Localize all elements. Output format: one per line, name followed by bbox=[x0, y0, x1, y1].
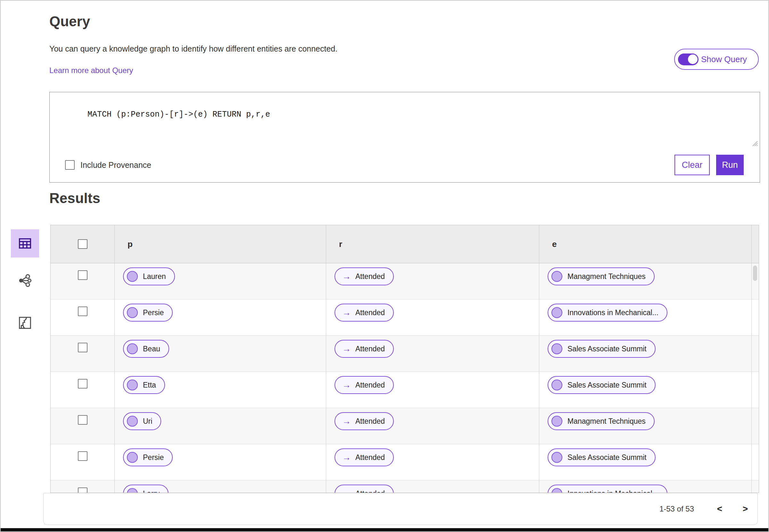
entity-node-icon bbox=[127, 380, 138, 390]
learn-more-link[interactable]: Learn more about Query bbox=[49, 66, 133, 75]
entity-node-icon bbox=[552, 271, 562, 282]
table-icon bbox=[18, 236, 32, 251]
entity-node-icon bbox=[127, 271, 138, 282]
results-table: p r e Lauren → Attended bbox=[50, 225, 759, 493]
table-row: Persie → Attended Sales Associate Summit bbox=[51, 444, 759, 480]
window-bottom-edge bbox=[1, 528, 768, 532]
table-row: Larry → Attended Innovations in Mechanic… bbox=[51, 480, 759, 493]
column-header-p: p bbox=[115, 239, 133, 249]
row-checkbox[interactable] bbox=[78, 343, 87, 352]
query-text: MATCH (p:Person)-[r]->(e) RETURN p,r,e bbox=[87, 110, 270, 119]
entity-chip-p[interactable]: Larry bbox=[123, 485, 168, 493]
entity-node-icon bbox=[552, 452, 562, 463]
pagination-range: 1-53 of 53 bbox=[659, 504, 694, 513]
map-view-button[interactable] bbox=[11, 309, 39, 337]
entity-node-icon bbox=[127, 416, 138, 427]
entity-chip-e[interactable]: Sales Associate Summit bbox=[548, 340, 656, 358]
table-row: Beau → Attended Sales Associate Summit bbox=[51, 336, 759, 372]
entity-chip-p[interactable]: Uri bbox=[123, 412, 161, 430]
row-checkbox[interactable] bbox=[78, 451, 87, 461]
row-checkbox[interactable] bbox=[78, 307, 87, 316]
relation-chip[interactable]: → Attended bbox=[334, 267, 394, 285]
show-query-label: Show Query bbox=[701, 54, 747, 64]
relation-arrow-icon: → bbox=[342, 381, 351, 389]
column-header-r: r bbox=[326, 239, 342, 249]
entity-node-icon bbox=[552, 343, 562, 354]
relation-chip[interactable]: → Attended bbox=[334, 340, 394, 358]
table-view-button[interactable] bbox=[11, 229, 39, 258]
row-checkbox[interactable] bbox=[78, 379, 87, 389]
relation-arrow-icon: → bbox=[342, 453, 351, 462]
table-row: Etta → Attended Sales Associate Summit bbox=[51, 372, 759, 408]
entity-chip-e[interactable]: Innovations in Mechanical... bbox=[548, 304, 667, 322]
entity-chip-e[interactable]: Sales Associate Summit bbox=[548, 448, 656, 466]
table-row: Lauren → Attended Managment Techniques bbox=[51, 263, 759, 299]
next-page-button[interactable]: > bbox=[738, 501, 752, 517]
entity-node-icon bbox=[552, 416, 562, 427]
table-row: Uri → Attended Managment Techniques bbox=[51, 408, 759, 444]
prev-page-button[interactable]: < bbox=[713, 501, 727, 517]
row-checkbox[interactable] bbox=[78, 487, 87, 493]
relation-arrow-icon: → bbox=[342, 345, 351, 353]
entity-chip-p[interactable]: Beau bbox=[123, 340, 169, 358]
entity-chip-p[interactable]: Persie bbox=[123, 304, 173, 322]
entity-chip-e[interactable]: Managment Techniques bbox=[548, 412, 655, 430]
query-page: Query You can query a knowledge graph to… bbox=[0, 0, 769, 532]
table-row: Persie → Attended Innovations in Mechani… bbox=[51, 299, 759, 336]
relation-arrow-icon: → bbox=[342, 308, 351, 317]
page-title: Query bbox=[49, 13, 90, 29]
results-title: Results bbox=[49, 190, 100, 206]
table-header-row: p r e bbox=[51, 225, 759, 263]
results-view-switcher bbox=[11, 229, 39, 337]
entity-node-icon bbox=[127, 343, 138, 354]
page-description: You can query a knowledge graph to ident… bbox=[49, 44, 337, 53]
map-icon bbox=[18, 315, 32, 330]
relation-arrow-icon: → bbox=[342, 272, 351, 281]
query-panel: MATCH (p:Person)-[r]->(e) RETURN p,r,e I… bbox=[49, 92, 760, 183]
select-all-checkbox[interactable] bbox=[78, 239, 87, 249]
entity-node-icon bbox=[127, 488, 138, 493]
entity-chip-e[interactable]: Innovations in Mechanical... bbox=[548, 485, 667, 493]
query-actions-row: Include Provenance Clear Run bbox=[50, 148, 760, 182]
entity-node-icon bbox=[127, 307, 138, 318]
relation-chip[interactable]: → Attended bbox=[334, 412, 394, 430]
relation-chip[interactable]: → Attended bbox=[334, 485, 394, 493]
relation-arrow-icon: → bbox=[342, 489, 351, 493]
show-query-toggle[interactable]: Show Query bbox=[674, 49, 759, 70]
row-checkbox[interactable] bbox=[78, 270, 87, 280]
clear-button[interactable]: Clear bbox=[675, 155, 710, 175]
run-button[interactable]: Run bbox=[716, 155, 744, 175]
include-provenance-checkbox[interactable] bbox=[65, 160, 75, 170]
entity-node-icon bbox=[552, 307, 562, 318]
table-scrollbar-thumb[interactable] bbox=[753, 266, 757, 281]
resize-handle-icon[interactable] bbox=[751, 140, 758, 146]
relation-chip[interactable]: → Attended bbox=[334, 304, 394, 322]
column-header-e: e bbox=[539, 239, 557, 249]
relation-chip[interactable]: → Attended bbox=[334, 448, 394, 466]
entity-chip-e[interactable]: Managment Techniques bbox=[548, 267, 655, 285]
row-checkbox[interactable] bbox=[78, 415, 87, 425]
include-provenance-label: Include Provenance bbox=[80, 160, 151, 170]
entity-chip-e[interactable]: Sales Associate Summit bbox=[548, 376, 656, 394]
pagination-bar: 1-53 of 53 < > bbox=[43, 493, 758, 525]
relation-chip[interactable]: → Attended bbox=[334, 376, 394, 394]
entity-chip-p[interactable]: Persie bbox=[123, 448, 173, 466]
toggle-on-icon[interactable] bbox=[678, 53, 699, 65]
entity-node-icon bbox=[552, 488, 562, 493]
entity-node-icon bbox=[552, 380, 562, 390]
table-body: Lauren → Attended Managment Techniques bbox=[51, 263, 759, 493]
entity-chip-p[interactable]: Lauren bbox=[123, 267, 175, 285]
toggle-knob bbox=[688, 54, 698, 64]
graph-view-button[interactable] bbox=[11, 266, 39, 295]
entity-node-icon bbox=[127, 452, 138, 463]
relation-arrow-icon: → bbox=[342, 417, 351, 426]
query-input[interactable]: MATCH (p:Person)-[r]->(e) RETURN p,r,e bbox=[50, 92, 760, 148]
entity-chip-p[interactable]: Etta bbox=[123, 376, 165, 394]
network-icon bbox=[18, 273, 32, 288]
